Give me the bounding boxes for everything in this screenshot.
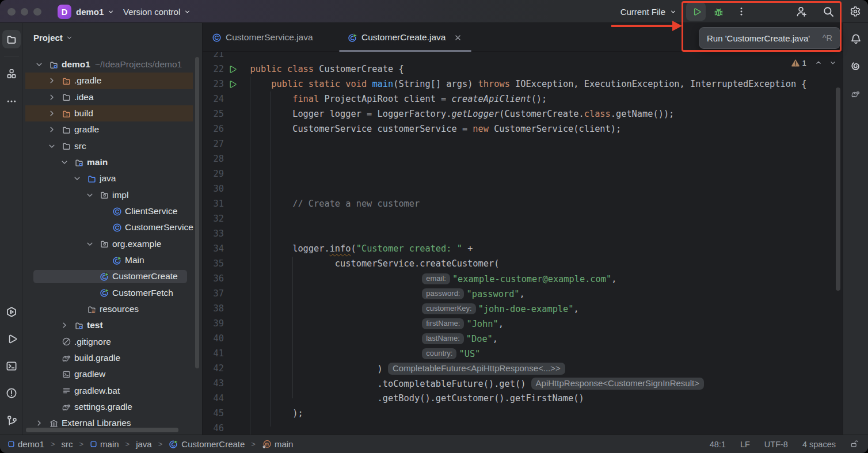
- tree-item-impl[interactable]: impl: [23, 187, 203, 203]
- vcs-widget[interactable]: Version control: [123, 0, 191, 23]
- editor-content[interactable]: 2122public class CustomerCreate {23 publ…: [203, 52, 843, 435]
- settings-button[interactable]: [847, 2, 864, 21]
- project-switcher[interactable]: demo1: [76, 0, 115, 23]
- tool-strip-terminal-button[interactable]: [2, 357, 21, 375]
- previous-problem-icon[interactable]: [814, 59, 823, 67]
- tree-item-gradle[interactable]: gradle: [23, 121, 203, 138]
- window-close-button[interactable]: [7, 8, 16, 16]
- tree-chevron[interactable]: [85, 239, 94, 249]
- tree-chevron[interactable]: [60, 321, 69, 330]
- tree-chevron[interactable]: [47, 142, 56, 151]
- breadcrumb-main[interactable]: main: [262, 439, 294, 449]
- tree-chevron: [85, 288, 94, 298]
- right-strip-ai-assistant-button[interactable]: [847, 57, 865, 75]
- line-number: 41: [203, 348, 224, 359]
- breadcrumb-main[interactable]: main: [90, 439, 119, 449]
- tree-item--idea[interactable]: .idea: [23, 89, 203, 105]
- tool-strip-version-control-button[interactable]: [2, 411, 21, 429]
- tree-chevron[interactable]: [35, 60, 44, 69]
- tree-item-org-example[interactable]: org.example: [23, 236, 203, 252]
- tree-item-settings-gradle[interactable]: settings.gradle: [23, 399, 203, 415]
- left-tool-strip: [0, 23, 23, 435]
- editor-tab-customerservice-java[interactable]: CustomerService.java: [203, 23, 313, 52]
- gutter-slot: [229, 290, 237, 298]
- tree-item-src[interactable]: src: [23, 138, 203, 154]
- gutter-slot: [229, 409, 237, 417]
- tree-chevron[interactable]: [85, 191, 94, 200]
- tree-chevron: [73, 304, 82, 314]
- tree-item--gitignore[interactable]: .gitignore: [23, 334, 203, 350]
- code-token: class: [584, 109, 611, 119]
- lock-icon[interactable]: [850, 440, 859, 448]
- caret-position-widget[interactable]: 48:1: [710, 440, 726, 449]
- tree-item-label: impl: [112, 190, 128, 200]
- tree-item-clientservice[interactable]: ClientService: [23, 203, 203, 219]
- project-horizontal-scrollbar[interactable]: [26, 428, 178, 432]
- tree-item-java[interactable]: java: [23, 170, 203, 186]
- code-text: customerKey:"john-doe-example",: [237, 303, 579, 314]
- breadcrumb-src[interactable]: src: [61, 439, 73, 449]
- tree-item-demo1[interactable]: demo1~/IdeaProjects/demo1: [23, 56, 203, 73]
- tool-strip-structure-button[interactable]: [2, 64, 21, 83]
- code-token: class: [287, 64, 314, 74]
- tree-item-gradlew[interactable]: gradlew: [23, 366, 203, 382]
- tree-chevron[interactable]: [35, 418, 44, 428]
- tree-chevron[interactable]: [47, 125, 56, 134]
- tool-strip-problems-button[interactable]: [2, 384, 21, 402]
- tool-strip-services-button[interactable]: [2, 303, 21, 321]
- inspection-widget[interactable]: 1: [791, 58, 837, 68]
- tree-chevron[interactable]: [47, 109, 56, 118]
- code-line-42: 42 ) CompletableFuture<ApiHttpResponse<.…: [203, 361, 843, 376]
- project-panel-header[interactable]: Project: [33, 23, 73, 52]
- editor-vertical-scrollbar[interactable]: [836, 87, 840, 291]
- tree-chevron[interactable]: [60, 158, 69, 167]
- tree-item-customerfetch[interactable]: CustomerFetch: [23, 285, 203, 301]
- next-problem-icon[interactable]: [829, 59, 837, 67]
- encoding-widget[interactable]: UTF-8: [764, 440, 788, 449]
- code-token: IOException, ExecutionException, Interru…: [510, 79, 807, 89]
- library-icon: [49, 418, 59, 428]
- run-gutter-icon[interactable]: [229, 80, 237, 88]
- breadcrumb-demo1[interactable]: demo1: [7, 439, 44, 449]
- tree-item--gradle[interactable]: .gradle: [23, 73, 203, 89]
- tree-chevron[interactable]: [73, 174, 82, 183]
- parameter-hint: email:: [422, 273, 450, 284]
- tree-item-label: build.gradle: [74, 353, 120, 363]
- code-token: ,: [493, 333, 498, 344]
- project-vertical-scrollbar[interactable]: [195, 57, 199, 368]
- right-strip-gradle-button[interactable]: [847, 85, 865, 103]
- tool-strip-run-button[interactable]: [2, 330, 21, 348]
- breadcrumb-customercreate[interactable]: CustomerCreate: [169, 439, 245, 449]
- tree-item-customercreate[interactable]: CustomerCreate: [23, 268, 203, 284]
- gutter-slot: [229, 304, 237, 313]
- chevron-down-icon: [35, 60, 44, 69]
- close-tab-icon[interactable]: [454, 33, 462, 42]
- run-gutter-icon[interactable]: [229, 65, 237, 73]
- tree-item-main[interactable]: main: [23, 154, 203, 170]
- line-number: 24: [203, 94, 224, 104]
- line-separator-widget[interactable]: LF: [740, 440, 750, 449]
- tree-item-build-gradle[interactable]: build.gradle: [23, 350, 203, 366]
- tree-item-test[interactable]: test: [23, 317, 203, 333]
- tree-item-gradlew-bat[interactable]: gradlew.bat: [23, 383, 203, 399]
- indent-widget[interactable]: 4 spaces: [802, 440, 836, 449]
- tree-item-customerservice[interactable]: CustomerService: [23, 219, 203, 235]
- tree-chevron[interactable]: [47, 76, 56, 85]
- gutter-slot: [229, 140, 237, 148]
- tree-item-main[interactable]: Main: [23, 252, 203, 268]
- tree-chevron[interactable]: [47, 93, 56, 102]
- type-hint: CompletableFuture<ApiHttpResponse<...>>: [388, 363, 565, 375]
- editor-tab-customercreate-java[interactable]: CustomerCreate.java: [339, 23, 469, 52]
- right-strip-notifications-button[interactable]: [847, 30, 865, 48]
- code-token: throws: [478, 79, 510, 89]
- tree-item-build[interactable]: build: [23, 105, 203, 121]
- window-minimize-button[interactable]: [21, 8, 29, 16]
- line-number: 29: [203, 169, 224, 179]
- breadcrumb-java[interactable]: java: [136, 439, 152, 449]
- gutter-slot: [229, 275, 237, 283]
- tool-strip-project-button[interactable]: [2, 30, 21, 48]
- window-zoom-button[interactable]: [33, 8, 41, 16]
- tree-item-resources[interactable]: resources: [23, 301, 203, 317]
- tool-strip-more-tool-windows-button[interactable]: [2, 92, 21, 111]
- run-configuration-selector[interactable]: Current File: [620, 0, 677, 23]
